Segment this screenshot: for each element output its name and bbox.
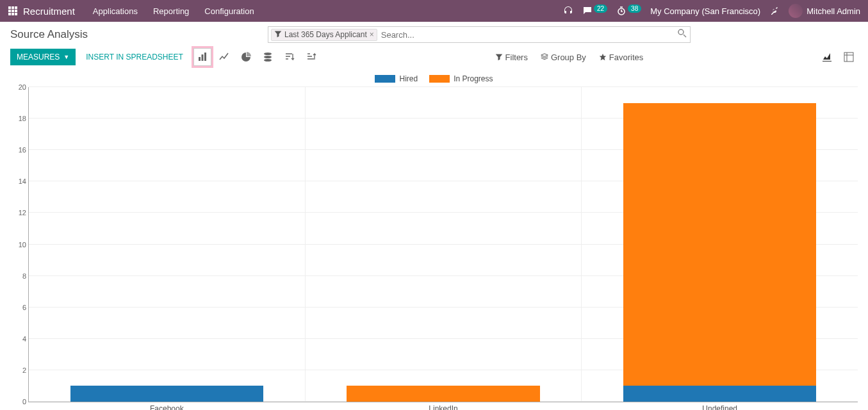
toolbar: MEASURES ▼ INSERT IN SPREADSHEET Filters…	[0, 45, 868, 69]
svg-rect-5	[15, 10, 17, 12]
filter-chip[interactable]: Last 365 Days Applicant ×	[271, 29, 377, 41]
search-icon[interactable]	[677, 28, 687, 41]
bar-segment[interactable]	[623, 386, 816, 402]
y-tick-label: 2	[11, 366, 26, 374]
avatar	[789, 4, 803, 18]
y-tick-label: 6	[11, 304, 26, 311]
svg-rect-1	[12, 6, 14, 9]
chart-legend: Hired In Progress	[10, 74, 858, 83]
y-tick-label: 10	[11, 241, 26, 249]
y-tick-label: 8	[11, 272, 26, 280]
svg-rect-0	[8, 6, 11, 9]
y-tick-label: 12	[11, 209, 26, 217]
chart-column: Undefined	[582, 87, 858, 402]
pivot-view-icon[interactable]	[840, 48, 858, 66]
filter-chip-label: Last 365 Days Applicant	[284, 30, 367, 39]
y-tick-label: 14	[11, 177, 26, 185]
sort-asc-icon[interactable]	[302, 48, 320, 66]
sort-desc-icon[interactable]	[281, 48, 299, 66]
measures-button[interactable]: MEASURES ▼	[10, 49, 76, 65]
chat-badge: 22	[594, 4, 607, 13]
nav-configuration[interactable]: Configuration	[204, 6, 254, 16]
filters-button[interactable]: Filters	[495, 53, 528, 62]
bar-stack	[623, 103, 816, 402]
groupby-button[interactable]: Group By	[541, 53, 586, 62]
y-tick-label: 20	[11, 83, 26, 91]
filters-label: Filters	[505, 53, 528, 62]
sub-bar: Source Analysis Last 365 Days Applicant …	[0, 22, 868, 45]
favorites-button[interactable]: Favorites	[599, 53, 643, 62]
y-tick-label: 4	[11, 335, 26, 343]
page-title: Source Analysis	[10, 28, 88, 41]
svg-rect-8	[15, 13, 17, 15]
filter-chip-remove[interactable]: ×	[370, 30, 374, 39]
svg-point-10	[678, 29, 684, 35]
legend-hired[interactable]: Hired	[375, 74, 418, 83]
stacked-icon[interactable]	[259, 48, 277, 66]
y-tick-label: 0	[11, 398, 26, 406]
line-chart-icon[interactable]	[215, 48, 233, 66]
graph-view-icon[interactable]	[818, 48, 836, 66]
pie-chart-icon[interactable]	[237, 48, 255, 66]
headset-icon[interactable]	[563, 6, 573, 16]
company-selector[interactable]: My Company (San Francisco)	[650, 6, 760, 16]
bar-segment[interactable]	[70, 386, 263, 402]
bar-segment[interactable]	[623, 103, 816, 386]
chat-icon[interactable]: 22	[582, 6, 607, 16]
tools-icon[interactable]	[769, 6, 780, 16]
svg-rect-13	[204, 53, 206, 61]
y-tick-label: 16	[11, 146, 26, 154]
user-menu[interactable]: Mitchell Admin	[789, 4, 860, 18]
top-nav: Recruitment Applications Reporting Confi…	[0, 0, 868, 22]
bar-stack	[347, 386, 539, 402]
svg-rect-6	[8, 13, 11, 15]
legend-label-hired: Hired	[399, 74, 418, 83]
chart-plot: 02468101214161820FacebookLinkedInUndefin…	[28, 87, 858, 402]
svg-rect-3	[8, 10, 11, 12]
legend-swatch-hired	[375, 75, 395, 83]
svg-rect-17	[844, 53, 853, 62]
bar-stack	[70, 386, 263, 402]
svg-rect-7	[12, 13, 14, 15]
legend-inprogress[interactable]: In Progress	[429, 74, 493, 83]
bar-chart-icon[interactable]	[193, 48, 211, 66]
svg-rect-2	[15, 6, 17, 9]
svg-point-16	[264, 59, 272, 62]
svg-point-14	[264, 53, 272, 55]
search-input[interactable]	[377, 29, 677, 41]
funnel-icon	[495, 53, 503, 61]
chart-area: Hired In Progress 02468101214161820Faceb…	[0, 69, 868, 409]
svg-rect-12	[201, 54, 203, 61]
svg-rect-11	[199, 57, 201, 61]
legend-swatch-inprogress	[429, 75, 450, 83]
chart-column: Facebook	[29, 87, 306, 402]
funnel-icon	[274, 30, 282, 40]
favorites-label: Favorites	[609, 53, 643, 62]
star-icon	[599, 53, 607, 61]
x-category-label: LinkedIn	[306, 404, 582, 410]
legend-label-inprogress: In Progress	[454, 74, 493, 83]
groupby-label: Group By	[551, 53, 586, 62]
chart-column: LinkedIn	[306, 87, 582, 402]
nav-reporting[interactable]: Reporting	[153, 6, 189, 16]
timer-badge: 38	[628, 4, 641, 13]
search-box[interactable]: Last 365 Days Applicant ×	[268, 26, 691, 43]
brand-title[interactable]: Recruitment	[23, 6, 75, 17]
layers-icon	[541, 53, 548, 61]
insert-spreadsheet-button[interactable]: INSERT IN SPREADSHEET	[79, 49, 190, 65]
apps-icon[interactable]	[8, 6, 18, 16]
x-category-label: Undefined	[582, 404, 858, 410]
measures-label: MEASURES	[17, 53, 60, 62]
caret-down-icon: ▼	[63, 54, 69, 60]
y-tick-label: 18	[11, 115, 26, 122]
svg-rect-4	[12, 10, 14, 12]
x-category-label: Facebook	[29, 404, 305, 410]
user-name: Mitchell Admin	[807, 6, 860, 16]
bar-segment[interactable]	[347, 386, 539, 402]
nav-applications[interactable]: Applications	[93, 6, 138, 16]
timer-icon[interactable]: 38	[616, 6, 641, 16]
svg-point-15	[264, 56, 272, 58]
